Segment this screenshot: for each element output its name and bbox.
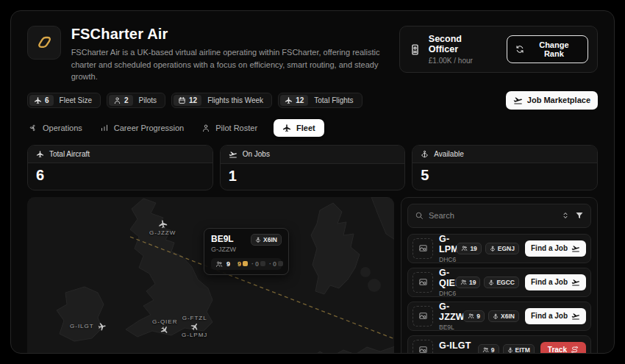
popup-location-badge: X6IN	[251, 234, 282, 246]
users-icon	[482, 346, 489, 353]
aircraft-type: BE9L	[439, 324, 457, 331]
swoosh-logo-icon	[34, 32, 54, 53]
seat-box-icon	[243, 261, 248, 266]
location-badge: X6IN	[488, 310, 519, 322]
tab-pilot-roster[interactable]: Pilot Roster	[200, 119, 259, 137]
anchor-icon	[255, 237, 261, 243]
plane-takeoff-icon	[571, 312, 580, 321]
aircraft-popup[interactable]: BE9L G-JZZW X6IN 9 9	[204, 228, 289, 275]
aircraft-marker[interactable]: G-QIER	[152, 318, 177, 335]
stat-label: Fleet Size	[54, 96, 99, 104]
aircraft-row: G-ILGT BE9L • 0 kts • 0 ft 9 EITM	[407, 335, 591, 354]
marker-label: G-LPMJ	[182, 332, 207, 338]
fan-icon	[29, 124, 38, 132]
popup-registration: G-JZZW	[211, 246, 236, 253]
plane-marker-icon	[157, 218, 168, 229]
plane-icon	[282, 124, 291, 132]
anchor-icon	[488, 279, 494, 285]
card-value: 6	[28, 163, 213, 189]
marker-label: G-FTZL	[182, 315, 207, 321]
aircraft-marker[interactable]: G-JZZW	[149, 219, 176, 236]
card-value: 1	[221, 164, 405, 190]
aircraft-row: G-JZZW BE9L 9 X6IN Fin	[407, 301, 591, 331]
app-window: FSCharter Air FSCharter Air is a UK-base…	[10, 10, 615, 354]
tab-career-progression[interactable]: Career Progression	[99, 119, 185, 137]
rank-card: Second Officer £1.00K / hour Change Rank	[399, 26, 598, 73]
rank-title: Second Officer	[429, 34, 493, 54]
search-input[interactable]	[429, 211, 556, 220]
person-icon	[201, 124, 210, 132]
seat-indicator: · 0	[251, 260, 265, 268]
aircraft-thumbnail	[413, 306, 433, 326]
plane-takeoff-icon	[571, 244, 580, 253]
location-badge: EITM	[503, 344, 535, 354]
marker-label: G-JZZW	[149, 229, 176, 236]
aircraft-type: BE9L • 0 kts • 0 ft	[439, 352, 472, 354]
job-marketplace-button[interactable]: Job Marketplace	[506, 91, 598, 110]
landmass	[368, 279, 381, 292]
aircraft-registration: G-QIER	[439, 268, 450, 288]
anchor-icon	[493, 313, 499, 319]
search-icon	[415, 211, 424, 220]
tab-bar: Operations Career Progression Pilot Rost…	[27, 119, 598, 137]
change-rank-button[interactable]: Change Rank	[507, 35, 588, 63]
aircraft-marker[interactable]: G-ILGT	[70, 322, 107, 331]
aircraft-type: DHC6	[439, 290, 450, 297]
find-job-button[interactable]: Find a Job	[525, 274, 586, 290]
filter-icon[interactable]	[575, 211, 584, 220]
aircraft-registration: G-ILGT	[439, 340, 472, 351]
card-total-aircraft: Total Aircraft 6	[27, 145, 213, 190]
aircraft-list: G-LPMJ DHC6 19 EGNJ Fi	[407, 234, 591, 354]
seat-box-icon	[278, 261, 283, 266]
airline-description: FSCharter Air is a UK-based virtual airl…	[71, 46, 399, 83]
find-job-button[interactable]: Find a Job	[525, 308, 586, 324]
stat-flights-week: 12 Flights this Week	[171, 93, 272, 108]
image-placeholder-icon	[418, 345, 428, 354]
location-badge: EGNJ	[485, 243, 519, 254]
capacity-badge: 9	[478, 344, 499, 354]
plane-icon	[36, 150, 44, 158]
person-icon	[113, 96, 121, 104]
aircraft-row: G-QIER DHC6 19 EGCC Fi	[407, 268, 591, 297]
card-value: 5	[413, 163, 597, 189]
sort-icon[interactable]	[561, 211, 570, 220]
card-available: Available 5	[412, 145, 598, 190]
find-job-button[interactable]: Find a Job	[525, 240, 586, 257]
anchor-icon	[421, 150, 429, 158]
landmass	[360, 267, 371, 277]
aircraft-thumbnail	[413, 238, 433, 259]
stat-label: Total Flights	[308, 96, 360, 104]
stat-total-flights: 12 Total Flights	[278, 93, 362, 108]
seat-indicator: 9	[238, 260, 248, 268]
users-icon	[468, 313, 474, 319]
users-icon	[461, 245, 468, 251]
bar-chart-icon	[100, 124, 109, 132]
summary-cards: Total Aircraft 6 On Jobs 1 Available 5	[27, 145, 598, 190]
airline-name: FSCharter Air	[71, 26, 399, 43]
stat-label: Pilots	[133, 96, 163, 104]
aircraft-marker[interactable]: G-FTZL G-LPMJ	[182, 315, 207, 338]
calendar-icon	[178, 96, 186, 104]
capacity-badge: 19	[456, 276, 480, 288]
fleet-map[interactable]: G-JZZW G-ILGT G-QIER G-FTZL G-LPMJ BE9L	[27, 197, 394, 354]
track-button[interactable]: Track	[540, 342, 586, 354]
tab-fleet[interactable]: Fleet	[274, 119, 324, 137]
tab-operations[interactable]: Operations	[27, 119, 84, 137]
image-placeholder-icon	[418, 243, 428, 253]
anchor-icon	[490, 246, 496, 251]
aircraft-registration: G-JZZW	[439, 301, 457, 322]
aircraft-thumbnail	[413, 340, 433, 354]
seat-indicator: · 0	[269, 260, 283, 268]
airline-brand: FSCharter Air FSCharter Air is a UK-base…	[27, 26, 399, 83]
plane-icon	[34, 96, 42, 104]
stat-label: Flights this Week	[201, 96, 270, 104]
stat-fleet-size: 6 Fleet Size	[27, 93, 101, 108]
seat-box-icon	[260, 261, 265, 266]
location-badge: EGCC	[484, 276, 519, 288]
popup-stats: 9 9 · 0 · 0	[211, 258, 282, 270]
search-bar	[407, 204, 591, 228]
aircraft-thumbnail	[413, 272, 433, 293]
capacity-badge: 19	[457, 243, 481, 254]
plane-icon	[285, 96, 293, 104]
plane-marker-icon	[97, 321, 107, 331]
